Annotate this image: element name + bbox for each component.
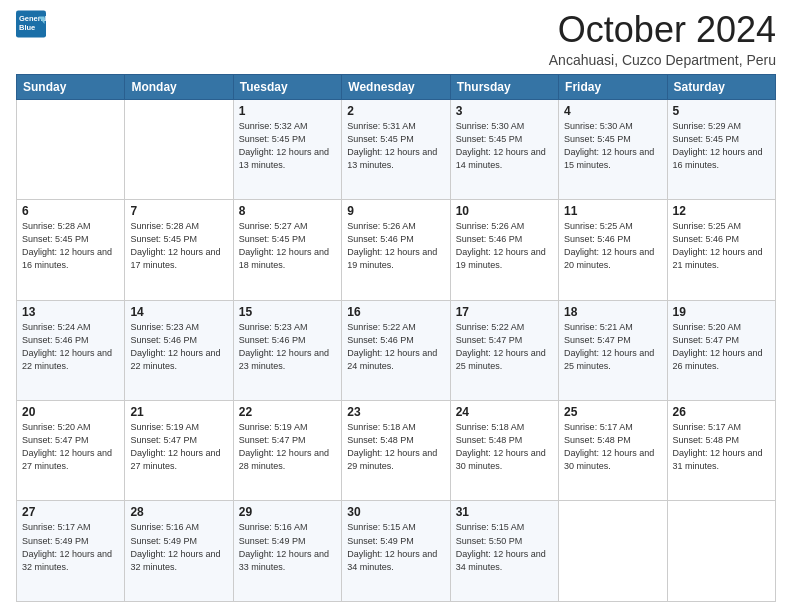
calendar-cell: 2Sunrise: 5:31 AMSunset: 5:45 PMDaylight… (342, 99, 450, 199)
day-number: 12 (673, 204, 770, 218)
day-info: Sunrise: 5:25 AMSunset: 5:46 PMDaylight:… (564, 220, 661, 272)
calendar-cell: 26Sunrise: 5:17 AMSunset: 5:48 PMDayligh… (667, 401, 775, 501)
day-info: Sunrise: 5:20 AMSunset: 5:47 PMDaylight:… (22, 421, 119, 473)
day-number: 24 (456, 405, 553, 419)
calendar-cell: 21Sunrise: 5:19 AMSunset: 5:47 PMDayligh… (125, 401, 233, 501)
calendar-cell (125, 99, 233, 199)
day-number: 10 (456, 204, 553, 218)
day-header-sunday: Sunday (17, 74, 125, 99)
day-info: Sunrise: 5:16 AMSunset: 5:49 PMDaylight:… (130, 521, 227, 573)
calendar-cell: 24Sunrise: 5:18 AMSunset: 5:48 PMDayligh… (450, 401, 558, 501)
day-number: 29 (239, 505, 336, 519)
calendar-week-row: 13Sunrise: 5:24 AMSunset: 5:46 PMDayligh… (17, 300, 776, 400)
day-info: Sunrise: 5:15 AMSunset: 5:50 PMDaylight:… (456, 521, 553, 573)
day-info: Sunrise: 5:17 AMSunset: 5:49 PMDaylight:… (22, 521, 119, 573)
day-header-wednesday: Wednesday (342, 74, 450, 99)
calendar-cell: 18Sunrise: 5:21 AMSunset: 5:47 PMDayligh… (559, 300, 667, 400)
day-number: 8 (239, 204, 336, 218)
calendar-week-row: 1Sunrise: 5:32 AMSunset: 5:45 PMDaylight… (17, 99, 776, 199)
day-info: Sunrise: 5:21 AMSunset: 5:47 PMDaylight:… (564, 321, 661, 373)
day-info: Sunrise: 5:31 AMSunset: 5:45 PMDaylight:… (347, 120, 444, 172)
day-number: 1 (239, 104, 336, 118)
day-info: Sunrise: 5:22 AMSunset: 5:47 PMDaylight:… (456, 321, 553, 373)
calendar-cell: 11Sunrise: 5:25 AMSunset: 5:46 PMDayligh… (559, 200, 667, 300)
calendar-cell: 22Sunrise: 5:19 AMSunset: 5:47 PMDayligh… (233, 401, 341, 501)
day-number: 5 (673, 104, 770, 118)
month-title: October 2024 (549, 10, 776, 50)
logo: General Blue (16, 10, 46, 38)
calendar-cell: 14Sunrise: 5:23 AMSunset: 5:46 PMDayligh… (125, 300, 233, 400)
day-number: 25 (564, 405, 661, 419)
day-number: 26 (673, 405, 770, 419)
calendar-cell: 20Sunrise: 5:20 AMSunset: 5:47 PMDayligh… (17, 401, 125, 501)
day-number: 27 (22, 505, 119, 519)
day-number: 21 (130, 405, 227, 419)
calendar-cell: 17Sunrise: 5:22 AMSunset: 5:47 PMDayligh… (450, 300, 558, 400)
day-info: Sunrise: 5:18 AMSunset: 5:48 PMDaylight:… (347, 421, 444, 473)
day-number: 16 (347, 305, 444, 319)
day-number: 23 (347, 405, 444, 419)
day-info: Sunrise: 5:26 AMSunset: 5:46 PMDaylight:… (347, 220, 444, 272)
day-info: Sunrise: 5:15 AMSunset: 5:49 PMDaylight:… (347, 521, 444, 573)
day-number: 3 (456, 104, 553, 118)
day-number: 9 (347, 204, 444, 218)
day-info: Sunrise: 5:30 AMSunset: 5:45 PMDaylight:… (456, 120, 553, 172)
day-number: 28 (130, 505, 227, 519)
calendar-cell: 1Sunrise: 5:32 AMSunset: 5:45 PMDaylight… (233, 99, 341, 199)
day-number: 20 (22, 405, 119, 419)
day-header-friday: Friday (559, 74, 667, 99)
calendar-cell: 9Sunrise: 5:26 AMSunset: 5:46 PMDaylight… (342, 200, 450, 300)
calendar-cell: 15Sunrise: 5:23 AMSunset: 5:46 PMDayligh… (233, 300, 341, 400)
title-block: October 2024 Ancahuasi, Cuzco Department… (549, 10, 776, 68)
calendar-cell (17, 99, 125, 199)
calendar-table: SundayMondayTuesdayWednesdayThursdayFrid… (16, 74, 776, 602)
calendar-cell: 12Sunrise: 5:25 AMSunset: 5:46 PMDayligh… (667, 200, 775, 300)
svg-text:Blue: Blue (19, 23, 35, 32)
day-info: Sunrise: 5:30 AMSunset: 5:45 PMDaylight:… (564, 120, 661, 172)
day-info: Sunrise: 5:23 AMSunset: 5:46 PMDaylight:… (130, 321, 227, 373)
day-number: 2 (347, 104, 444, 118)
calendar-cell: 16Sunrise: 5:22 AMSunset: 5:46 PMDayligh… (342, 300, 450, 400)
calendar-week-row: 6Sunrise: 5:28 AMSunset: 5:45 PMDaylight… (17, 200, 776, 300)
day-info: Sunrise: 5:20 AMSunset: 5:47 PMDaylight:… (673, 321, 770, 373)
day-header-monday: Monday (125, 74, 233, 99)
day-info: Sunrise: 5:32 AMSunset: 5:45 PMDaylight:… (239, 120, 336, 172)
day-info: Sunrise: 5:23 AMSunset: 5:46 PMDaylight:… (239, 321, 336, 373)
day-header-thursday: Thursday (450, 74, 558, 99)
calendar-cell (559, 501, 667, 602)
header: General Blue October 2024 Ancahuasi, Cuz… (16, 10, 776, 68)
day-number: 4 (564, 104, 661, 118)
day-number: 30 (347, 505, 444, 519)
day-info: Sunrise: 5:25 AMSunset: 5:46 PMDaylight:… (673, 220, 770, 272)
day-info: Sunrise: 5:19 AMSunset: 5:47 PMDaylight:… (239, 421, 336, 473)
logo-icon: General Blue (16, 10, 46, 38)
calendar-cell: 6Sunrise: 5:28 AMSunset: 5:45 PMDaylight… (17, 200, 125, 300)
calendar-cell: 23Sunrise: 5:18 AMSunset: 5:48 PMDayligh… (342, 401, 450, 501)
day-info: Sunrise: 5:28 AMSunset: 5:45 PMDaylight:… (130, 220, 227, 272)
location-subtitle: Ancahuasi, Cuzco Department, Peru (549, 52, 776, 68)
day-number: 17 (456, 305, 553, 319)
day-info: Sunrise: 5:27 AMSunset: 5:45 PMDaylight:… (239, 220, 336, 272)
day-number: 15 (239, 305, 336, 319)
day-info: Sunrise: 5:16 AMSunset: 5:49 PMDaylight:… (239, 521, 336, 573)
day-number: 14 (130, 305, 227, 319)
calendar-header-row: SundayMondayTuesdayWednesdayThursdayFrid… (17, 74, 776, 99)
day-number: 7 (130, 204, 227, 218)
calendar-cell: 30Sunrise: 5:15 AMSunset: 5:49 PMDayligh… (342, 501, 450, 602)
day-number: 18 (564, 305, 661, 319)
day-info: Sunrise: 5:19 AMSunset: 5:47 PMDaylight:… (130, 421, 227, 473)
calendar-week-row: 20Sunrise: 5:20 AMSunset: 5:47 PMDayligh… (17, 401, 776, 501)
calendar-cell: 28Sunrise: 5:16 AMSunset: 5:49 PMDayligh… (125, 501, 233, 602)
day-info: Sunrise: 5:26 AMSunset: 5:46 PMDaylight:… (456, 220, 553, 272)
day-info: Sunrise: 5:17 AMSunset: 5:48 PMDaylight:… (564, 421, 661, 473)
calendar-cell: 29Sunrise: 5:16 AMSunset: 5:49 PMDayligh… (233, 501, 341, 602)
calendar-cell: 25Sunrise: 5:17 AMSunset: 5:48 PMDayligh… (559, 401, 667, 501)
day-header-saturday: Saturday (667, 74, 775, 99)
calendar-cell: 3Sunrise: 5:30 AMSunset: 5:45 PMDaylight… (450, 99, 558, 199)
day-info: Sunrise: 5:17 AMSunset: 5:48 PMDaylight:… (673, 421, 770, 473)
calendar-cell: 10Sunrise: 5:26 AMSunset: 5:46 PMDayligh… (450, 200, 558, 300)
calendar-cell: 7Sunrise: 5:28 AMSunset: 5:45 PMDaylight… (125, 200, 233, 300)
day-number: 22 (239, 405, 336, 419)
calendar-cell: 27Sunrise: 5:17 AMSunset: 5:49 PMDayligh… (17, 501, 125, 602)
day-info: Sunrise: 5:22 AMSunset: 5:46 PMDaylight:… (347, 321, 444, 373)
